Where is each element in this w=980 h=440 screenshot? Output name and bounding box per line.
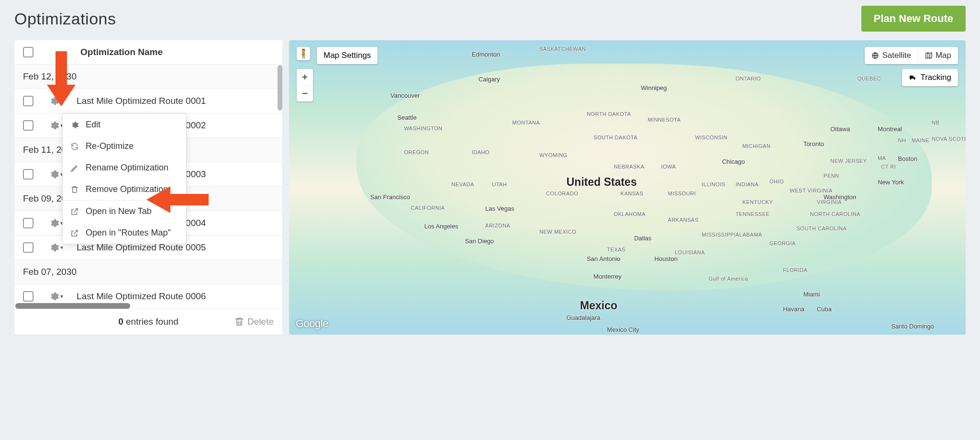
map-label: MICHIGAN (742, 143, 770, 149)
row-gear-menu-button[interactable]: ▾ (49, 242, 63, 253)
map-label: OKLAHOMA (614, 211, 646, 217)
gear-icon (49, 120, 59, 131)
map-label: NB (932, 120, 939, 125)
map-label: SASKATCHEWAN (539, 46, 586, 52)
google-logo: Google (296, 317, 328, 330)
row-gear-menu-button[interactable]: ▾ (49, 218, 63, 228)
row-checkbox[interactable] (23, 291, 33, 302)
map-label: Gulf of America (709, 276, 748, 282)
refresh-icon (70, 142, 79, 151)
row-checkbox[interactable] (23, 218, 33, 228)
menu-item-edit[interactable]: Edit (63, 114, 186, 135)
horizontal-scrollbar[interactable] (15, 303, 130, 309)
truck-icon (909, 74, 916, 81)
map-label: NEVADA (451, 181, 474, 187)
map-label: KENTUCKY (742, 199, 773, 205)
trash-icon (234, 316, 245, 327)
map-label: WISCONSIN (695, 135, 727, 140)
map-type-button[interactable]: Map (918, 47, 958, 64)
zoom-control: + − (297, 69, 313, 102)
pegman-icon[interactable]: 🧍 (297, 47, 310, 60)
map-label: GEORGIA (769, 240, 796, 246)
map-label: ILLINOIS (702, 181, 725, 187)
map-label: SOUTH CAROLINA (797, 226, 847, 231)
map-label: CALIFORNIA (411, 205, 445, 211)
map-label: San Francisco (370, 193, 410, 201)
row-gear-menu-button[interactable]: ▾ (49, 169, 63, 180)
delete-button[interactable]: Delete (234, 316, 274, 327)
map-label: NORTH CAROLINA (810, 211, 860, 217)
map-label: WASHINGTON (404, 125, 442, 131)
map-label: Los Angeles (424, 223, 458, 230)
map-label: Chicago (722, 158, 745, 165)
external-link-icon (70, 207, 79, 216)
optimizations-panel: Optimization Name Feb 12, 2030▾Last Mile… (14, 40, 282, 335)
row-checkbox[interactable] (23, 96, 33, 106)
map-label: INDIANA (735, 181, 758, 187)
menu-item-rename[interactable]: Rename Optimization (63, 157, 186, 179)
row-checkbox[interactable] (23, 169, 33, 180)
map-settings-button[interactable]: Map Settings (317, 47, 378, 64)
map-label: New York (878, 179, 904, 186)
map-label: SOUTH DAKOTA (593, 135, 637, 140)
map-label: LOUISIANA (675, 249, 705, 255)
row-checkbox[interactable] (23, 242, 33, 253)
caret-down-icon: ▾ (60, 293, 63, 300)
date-group-header: Feb 07, 2030 (14, 260, 282, 284)
row-gear-menu-button[interactable]: ▾ (49, 291, 63, 302)
map-label: Houston (655, 255, 678, 262)
map-label: MISSISSIPPI (702, 232, 736, 237)
map-label: Havana (783, 305, 804, 313)
page-title: Optimizations (14, 10, 116, 28)
annotation-arrow-left (146, 186, 209, 215)
plan-new-route-button[interactable]: Plan New Route (861, 6, 966, 32)
map-label: Dallas (634, 235, 651, 242)
map-label: ARIZONA (485, 223, 510, 228)
entries-found: 0 entries found (118, 316, 178, 327)
map-label: Seattle (397, 114, 416, 121)
vertical-scrollbar[interactable] (278, 65, 282, 306)
map-label: WYOMING (539, 152, 568, 158)
row-checkbox[interactable] (23, 120, 33, 131)
map-panel[interactable]: United StatesMexicoEdmontonCalgaryVancou… (289, 40, 966, 335)
map-label: TENNESSEE (735, 211, 769, 217)
optimization-name: Last Mile Optimized Route 0001 (77, 96, 206, 106)
map-label: ARKANSAS (668, 217, 699, 223)
map-label: WEST VIRGINIA (790, 188, 832, 193)
zoom-in-button[interactable]: + (297, 69, 313, 85)
map-label: CT RI (881, 164, 896, 169)
map-label: NEBRASKA (614, 164, 645, 169)
map-label: MAINE (912, 137, 929, 143)
menu-item-open-routes-map[interactable]: Open in "Routes Map" (63, 222, 186, 244)
gear-icon (49, 291, 59, 302)
row-gear-menu-button[interactable]: ▾ (49, 120, 63, 131)
map-label: IOWA (661, 164, 676, 169)
map-label: MISSOURI (668, 191, 696, 196)
gear-icon (70, 121, 79, 129)
map-label: NH (898, 137, 906, 143)
map-label: Winnipeg (641, 84, 667, 91)
map-label: Vancouver (390, 92, 420, 99)
map-label: ALABAMA (735, 232, 762, 237)
select-all-checkbox[interactable] (23, 47, 33, 57)
map-label: MONTANA (512, 120, 540, 125)
external-link-icon (70, 229, 79, 237)
map-label: COLORADO (546, 191, 578, 196)
satellite-button[interactable]: Satellite (865, 47, 917, 64)
map-label: FLORIDA (783, 267, 807, 273)
map-label: Guadalajara (567, 314, 601, 321)
map-label: Toronto (803, 140, 824, 147)
map-label: NOVA SCOTIA (932, 136, 966, 142)
map-label: UTAH (492, 181, 507, 187)
map-label: Boston (898, 155, 917, 162)
menu-item-reoptimize[interactable]: Re-Optimize (63, 135, 186, 157)
tracking-button[interactable]: Tracking (902, 69, 958, 86)
map-label: Mexico City (607, 326, 639, 333)
caret-down-icon: ▾ (60, 244, 63, 251)
satellite-icon (871, 52, 879, 59)
map-label: KANSAS (621, 191, 644, 196)
map-label: Cuba (817, 305, 832, 313)
map-label: Santo Domingo (891, 323, 934, 330)
annotation-arrow-down (47, 51, 76, 108)
zoom-out-button[interactable]: − (297, 85, 313, 102)
